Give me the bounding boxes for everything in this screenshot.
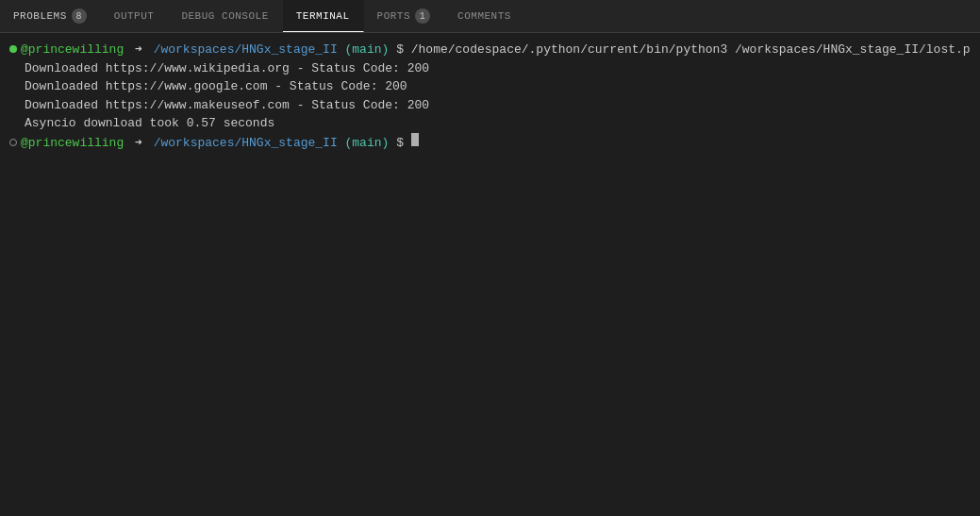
prompt-command-1: $ /home/codespace/.python/current/bin/py… [389, 41, 970, 59]
panel-container: PROBLEMS 8 OUTPUT DEBUG CONSOLE TERMINAL… [0, 0, 980, 516]
tab-ports-label: PORTS [377, 10, 411, 22]
terminal-output-3: Downloaded https://www.makeuseof.com - S… [9, 96, 971, 115]
prompt-user-1: @princewilling [21, 41, 124, 59]
terminal-output-1: Downloaded https://www.wikipedia.org - S… [9, 59, 971, 78]
prompt-branch-2: (main) [345, 134, 390, 153]
tab-ports[interactable]: PORTS 1 [364, 0, 445, 32]
tab-output[interactable]: OUTPUT [101, 0, 169, 32]
output-text-3: Downloaded https://www.makeuseof.com - S… [25, 96, 429, 115]
output-text-1: Downloaded https://www.wikipedia.org - S… [25, 59, 429, 78]
prompt-dot-filled-1 [9, 45, 17, 53]
terminal-output-4: Asyncio download took 0.57 seconds [9, 114, 971, 133]
terminal-prompt-2: @princewilling ➜ /workspaces/HNGx_stage_… [9, 133, 971, 153]
terminal-output-2: Downloaded https://www.google.com - Stat… [9, 77, 971, 96]
tab-terminal[interactable]: TERMINAL [283, 0, 364, 32]
tab-comments-label: COMMENTS [457, 10, 511, 22]
tab-problems[interactable]: PROBLEMS 8 [0, 0, 101, 32]
prompt-space-2 [338, 134, 345, 153]
output-text-2: Downloaded https://www.google.com - Stat… [25, 77, 407, 96]
tab-problems-badge: 8 [72, 8, 87, 24]
prompt-arrow-2: ➜ [127, 134, 149, 153]
terminal-body[interactable]: @princewilling ➜ /workspaces/HNGx_stage_… [0, 33, 980, 516]
tab-bar: PROBLEMS 8 OUTPUT DEBUG CONSOLE TERMINAL… [0, 0, 980, 33]
prompt-arrow-1: ➜ [127, 41, 149, 59]
prompt-branch-1: (main) [345, 41, 390, 59]
terminal-cursor [411, 133, 419, 146]
tab-output-label: OUTPUT [114, 10, 155, 22]
prompt-dollar-2: $ [389, 134, 410, 153]
prompt-path-2: /workspaces/HNGx_stage_II [154, 134, 338, 153]
tab-comments[interactable]: COMMENTS [444, 0, 525, 32]
terminal-prompt-1: @princewilling ➜ /workspaces/HNGx_stage_… [9, 41, 971, 59]
prompt-dot-empty-2 [9, 139, 17, 146]
tab-problems-label: PROBLEMS [13, 10, 67, 22]
prompt-user-2: @princewilling [21, 134, 124, 153]
prompt-path-1: /workspaces/HNGx_stage_II [154, 41, 338, 59]
prompt-space-1 [338, 41, 345, 59]
tab-debug-console-label: DEBUG CONSOLE [181, 10, 268, 22]
output-text-4: Asyncio download took 0.57 seconds [25, 114, 274, 133]
tab-terminal-label: TERMINAL [296, 10, 350, 22]
tab-debug-console[interactable]: DEBUG CONSOLE [168, 0, 282, 32]
tab-ports-badge: 1 [415, 8, 430, 24]
